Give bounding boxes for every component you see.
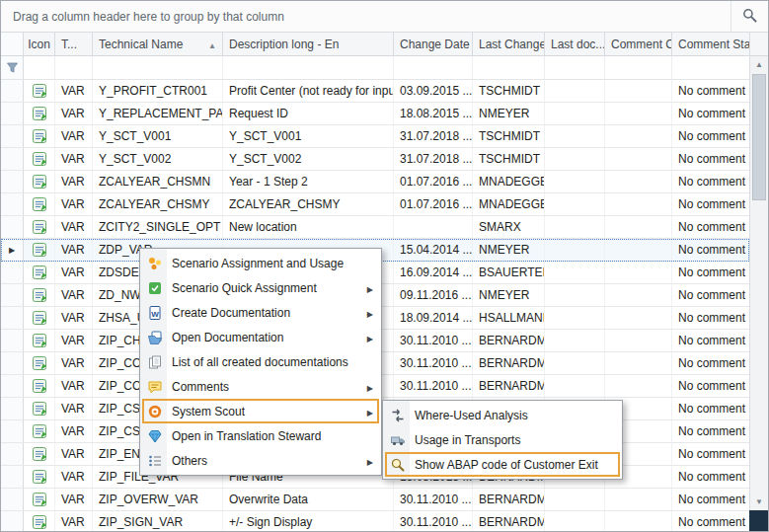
group-by-panel[interactable]: Drag a column header here to group by th… xyxy=(1,1,768,33)
search-icon xyxy=(742,8,757,26)
row-indicator-cell xyxy=(1,216,24,238)
cell-last-doc xyxy=(545,103,605,124)
menu-item-open-documentation[interactable]: Open Documentation xyxy=(142,325,379,349)
submenu-arrow-icon xyxy=(363,306,373,320)
filter-cell-comment-status[interactable] xyxy=(672,56,749,79)
menu-item-documentation-list[interactable]: List of all created documentations xyxy=(142,349,379,374)
filter-cell-type[interactable] xyxy=(55,56,93,79)
cell-technical-name: ZIP_OVERW_VAR xyxy=(93,489,223,510)
cell-change-date: 30.11.2010 ... xyxy=(394,352,473,374)
row-indicator-cell xyxy=(1,352,24,374)
table-row[interactable]: VAR ZIP_OVERW_VAR Overwrite Data 30.11.2… xyxy=(1,489,749,511)
menu-item-translation-steward[interactable]: Open in Translation Steward xyxy=(142,423,379,448)
column-header-last-doc[interactable]: Last doc... xyxy=(545,33,605,55)
cell-comment-status: No comment xyxy=(672,420,749,442)
menu-item-scenario-quick-assignment[interactable]: Scenario Quick Assignment xyxy=(142,275,379,300)
cell-change-date: 18.09.2014 ... xyxy=(394,307,473,329)
table-row[interactable]: VAR ZCITY2_SINGLE_OPT New location SMARX… xyxy=(1,216,749,239)
menu-item-where-used[interactable]: Where-Used Analysis xyxy=(385,403,620,427)
cell-comment-count xyxy=(605,216,672,238)
row-indicator-cell xyxy=(1,307,24,329)
column-header-type[interactable]: T... xyxy=(55,33,93,55)
column-header-change-date[interactable]: Change Date xyxy=(394,33,473,55)
row-indicator-cell xyxy=(1,443,24,465)
cell-last-doc xyxy=(545,193,605,215)
column-header-description[interactable]: Description long - En xyxy=(223,33,394,55)
documentation-list-icon xyxy=(146,354,164,370)
filter-cell-comment-count[interactable] xyxy=(605,56,672,79)
group-by-hint-text: Drag a column header here to group by th… xyxy=(13,10,284,24)
search-button[interactable] xyxy=(731,1,768,32)
cell-last-change: NMEYER xyxy=(473,284,545,306)
cell-comment-count xyxy=(605,262,672,283)
filter-cell-last-doc[interactable] xyxy=(545,56,605,79)
submenu-arrow-icon xyxy=(363,380,373,394)
menu-item-others[interactable]: Others xyxy=(142,448,379,473)
row-indicator-cell xyxy=(1,511,24,531)
cell-type: VAR xyxy=(55,398,93,419)
filter-cell-technical-name[interactable] xyxy=(93,56,223,79)
cell-change-date: 16.09.2014 ... xyxy=(394,262,473,283)
cell-type: VAR xyxy=(55,420,93,442)
cell-comment-count xyxy=(605,193,672,215)
table-row[interactable]: VAR Y_REPLACEMENT_PA... Request ID 18.08… xyxy=(1,103,749,125)
menu-item-show-abap-code[interactable]: Show ABAP code of Customer Exit xyxy=(385,452,620,477)
variable-icon xyxy=(24,511,55,531)
menu-item-system-scout[interactable]: System Scout xyxy=(142,399,379,423)
filter-cell-last-change[interactable] xyxy=(473,56,545,79)
cell-comment-status: No comment xyxy=(672,171,749,192)
row-indicator-cell xyxy=(1,330,24,351)
scroll-up-button[interactable] xyxy=(750,56,768,73)
cell-comment-count xyxy=(605,352,672,374)
cell-last-doc xyxy=(545,284,605,306)
cell-technical-name: ZCALYEAR_CHSMY xyxy=(93,193,223,215)
table-row[interactable]: VAR ZIP_SIGN_VAR +/- Sign Display 30.11.… xyxy=(1,511,749,531)
vertical-scrollbar[interactable] xyxy=(749,33,768,531)
cell-type: VAR xyxy=(55,239,93,261)
column-header-icon[interactable]: Icon xyxy=(24,33,55,55)
variable-icon xyxy=(24,103,55,124)
cell-comment-count xyxy=(605,103,672,124)
column-header-technical-name[interactable]: Technical Name xyxy=(93,33,223,55)
scrollbar-thumb[interactable] xyxy=(752,74,766,200)
menu-item-create-documentation[interactable]: W Create Documentation xyxy=(142,300,379,325)
filter-cell-icon[interactable] xyxy=(24,56,55,79)
cell-description: Year - 1 Step 2 xyxy=(223,171,394,192)
where-used-icon xyxy=(389,408,407,423)
cell-comment-status: No comment xyxy=(672,80,749,102)
cell-comment-count xyxy=(605,330,672,351)
menu-item-scenario-assignment[interactable]: Scenario Assignment and Usage xyxy=(142,251,379,275)
cell-type: VAR xyxy=(55,125,93,147)
cell-technical-name: Y_SCT_V001 xyxy=(93,125,223,147)
menu-item-comments[interactable]: Comments xyxy=(142,374,379,399)
show-abap-code-icon xyxy=(389,457,407,473)
cell-type: VAR xyxy=(55,307,93,329)
cell-description: Request ID xyxy=(223,103,394,124)
table-row[interactable]: VAR Y_SCT_V002 Y_SCT_V002 31.07.2018 ...… xyxy=(1,148,749,171)
cell-comment-status: No comment xyxy=(672,398,749,419)
column-header-last-change[interactable]: Last Change... xyxy=(473,33,545,55)
submenu-arrow-icon xyxy=(363,331,373,344)
table-row[interactable]: VAR ZCALYEAR_CHSMN Year - 1 Step 2 01.07… xyxy=(1,171,749,193)
menu-item-usage-transports[interactable]: Usage in Transports xyxy=(385,427,620,452)
menu-item-label: System Scout xyxy=(172,405,245,418)
filter-cell-change-date[interactable] xyxy=(394,56,473,79)
table-row[interactable]: VAR Y_PROFIT_CTR001 Profit Center (not r… xyxy=(1,80,749,103)
svg-text:W: W xyxy=(151,309,159,318)
cell-comment-count xyxy=(605,148,672,170)
table-row[interactable]: VAR Y_SCT_V001 Y_SCT_V001 31.07.2018 ...… xyxy=(1,125,749,148)
cell-comment-status: No comment xyxy=(672,511,749,531)
cell-description: New location xyxy=(223,216,394,238)
cell-change-date: 15.04.2014 ... xyxy=(394,239,473,261)
column-header-comment-status[interactable]: Comment Sta... xyxy=(672,33,749,55)
column-header-comment-count[interactable]: Comment Co... xyxy=(605,33,672,55)
scroll-down-button[interactable] xyxy=(750,494,768,510)
menu-item-label: Open Documentation xyxy=(172,331,283,344)
menu-item-label: Where-Used Analysis xyxy=(415,409,528,422)
table-row[interactable]: VAR ZCALYEAR_CHSMY ZCALYEAR_CHSMY 01.07.… xyxy=(1,193,749,216)
filter-cell-description[interactable] xyxy=(223,56,394,79)
variable-icon xyxy=(24,307,55,329)
cell-type: VAR xyxy=(55,352,93,374)
cell-type: VAR xyxy=(55,216,93,238)
cell-change-date: 30.11.2010 ... xyxy=(394,511,473,531)
